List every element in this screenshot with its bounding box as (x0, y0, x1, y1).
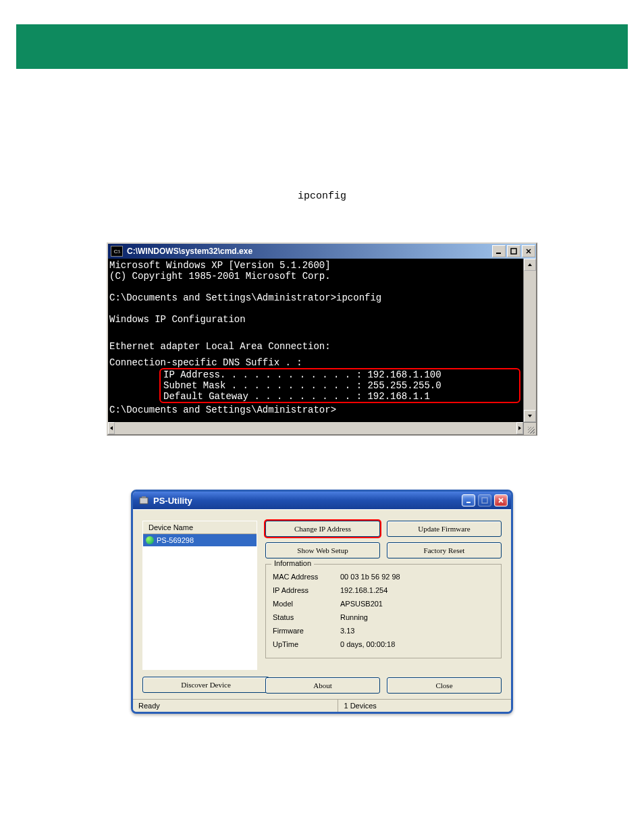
svg-marker-4 (528, 263, 532, 266)
factory-reset-button[interactable]: Factory Reset (387, 542, 502, 558)
maximize-button (478, 494, 491, 506)
status-bar: Ready 1 Devices (133, 699, 511, 712)
device-list[interactable]: PS-569298 (143, 534, 257, 669)
cmd-output[interactable]: Microsoft Windows XP [Version 5.1.2600] … (108, 259, 523, 422)
vertical-scrollbar[interactable] (523, 259, 536, 422)
info-label: IP Address (273, 583, 340, 597)
device-list-item[interactable]: PS-569298 (143, 534, 257, 546)
about-button[interactable]: About (265, 677, 380, 694)
ps-utility-window: PS-Utility Device Name PS-569298 (131, 490, 513, 714)
info-label: UpTime (273, 637, 340, 651)
cmd-line: Windows IP Configuration (109, 314, 523, 325)
info-label: Model (273, 597, 340, 610)
status-device-count: 1 Devices (338, 700, 511, 712)
info-value: 192.168.1.254 (340, 583, 387, 597)
info-label: Firmware (273, 624, 340, 637)
maximize-button[interactable] (507, 245, 520, 257)
info-value: 00 03 1b 56 92 98 (340, 570, 400, 583)
close-app-button[interactable]: Close (387, 677, 502, 694)
highlighted-ip-box: IP Address. . . . . . . . . . . . : 192.… (159, 368, 520, 403)
scroll-left-button[interactable] (108, 422, 115, 434)
info-label: Status (273, 610, 340, 624)
scroll-down-button[interactable] (524, 410, 536, 422)
info-value: 0 days, 00:00:18 (340, 637, 395, 651)
horizontal-scrollbar[interactable] (108, 422, 536, 434)
info-label: MAC Address (273, 570, 340, 583)
scroll-track[interactable] (524, 271, 536, 410)
discover-device-button[interactable]: Discover Device (142, 677, 269, 693)
device-status-icon (146, 536, 154, 544)
ps-window-title: PS-Utility (153, 496, 192, 506)
close-button[interactable] (494, 494, 508, 506)
cmd-line: Ethernet adapter Local Area Connection: (109, 341, 523, 352)
information-group-label: Information (271, 559, 314, 567)
svg-rect-11 (482, 498, 487, 503)
svg-marker-7 (518, 426, 521, 430)
show-web-setup-button[interactable]: Show Web Setup (265, 542, 380, 558)
device-name-label: PS-569298 (157, 536, 194, 544)
svg-marker-6 (110, 426, 113, 430)
resize-grip[interactable] (523, 422, 536, 435)
svg-marker-5 (528, 415, 532, 417)
ipconfig-heading: ipconfig (0, 190, 644, 202)
cmd-line: Connection-specific DNS Suffix . : (109, 357, 523, 368)
information-groupbox: Information MAC Address00 03 1b 56 92 98… (265, 564, 502, 658)
status-ready: Ready (133, 700, 338, 712)
ps-titlebar[interactable]: PS-Utility (133, 492, 511, 509)
minimize-button[interactable] (462, 494, 475, 506)
scroll-track[interactable] (115, 422, 516, 434)
cmd-line: (C) Copyright 1985-2001 Microsoft Corp. (109, 271, 523, 282)
svg-rect-10 (466, 502, 471, 503)
update-firmware-button[interactable]: Update Firmware (387, 521, 502, 537)
cmd-titlebar[interactable]: C:\ C:\WINDOWS\system32\cmd.exe (108, 244, 536, 259)
cmd-window: C:\ C:\WINDOWS\system32\cmd.exe Microsof… (107, 242, 537, 436)
scroll-right-button[interactable] (516, 422, 523, 434)
cmd-line: C:\Documents and Settings\Administrator> (109, 405, 523, 415)
cmd-line: Subnet Mask . . . . . . . . . . . : 255.… (163, 380, 516, 391)
svg-rect-8 (140, 498, 148, 504)
close-button[interactable] (522, 245, 535, 257)
green-header-bar (16, 24, 628, 69)
cmd-system-icon: C:\ (111, 246, 123, 257)
ps-app-icon (138, 495, 149, 506)
device-list-panel: Device Name PS-569298 (142, 521, 257, 670)
cmd-line: C:\Documents and Settings\Administrator>… (109, 292, 523, 303)
cmd-line: Microsoft Windows XP [Version 5.1.2600] (109, 260, 523, 271)
minimize-button[interactable] (492, 245, 506, 257)
info-value: Running (340, 610, 368, 624)
info-value: 3.13 (340, 624, 354, 637)
cmd-window-title: C:\WINDOWS\system32\cmd.exe (127, 246, 252, 256)
cmd-line: IP Address. . . . . . . . . . . . : 192.… (163, 369, 516, 380)
svg-rect-9 (142, 496, 146, 498)
info-value: APSUSB201 (340, 597, 383, 610)
svg-rect-0 (496, 253, 501, 254)
cmd-line: Default Gateway . . . . . . . . . : 192.… (163, 391, 516, 402)
device-list-header[interactable]: Device Name (143, 521, 257, 534)
svg-rect-1 (511, 249, 516, 254)
change-ip-address-button[interactable]: Change IP Address (265, 521, 380, 537)
scroll-up-button[interactable] (524, 259, 536, 271)
